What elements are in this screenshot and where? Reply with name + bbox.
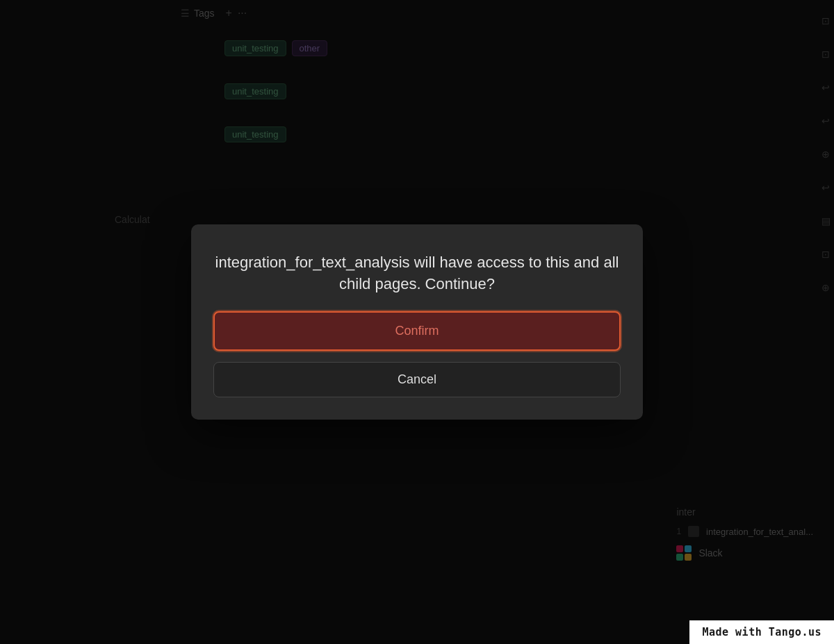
dialog-message: integration_for_text_analysis will have … (213, 252, 621, 295)
cancel-button[interactable]: Cancel (213, 362, 621, 397)
confirm-dialog: integration_for_text_analysis will have … (191, 224, 643, 420)
tango-watermark: Made with Tango.us (689, 620, 834, 644)
confirm-button[interactable]: Confirm (213, 311, 621, 351)
modal-overlay: integration_for_text_analysis will have … (0, 0, 834, 644)
